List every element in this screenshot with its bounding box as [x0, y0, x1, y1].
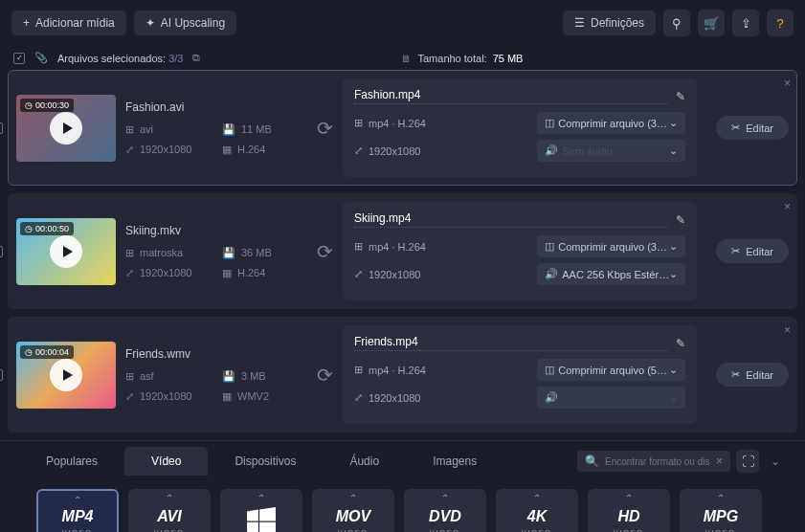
audio-select[interactable]: 🔊AAC 256 Kbps Estéreo⌄ — [537, 263, 685, 285]
help-button[interactable]: ? — [767, 10, 794, 36]
edit-button[interactable]: ✂Editar — [716, 363, 789, 387]
remove-file-button[interactable]: × — [784, 323, 791, 337]
disk-icon: 💾 — [222, 247, 235, 259]
play-button[interactable] — [50, 359, 82, 391]
source-info: Friends.wmv ⊞asf 💾3 MB ⤢1920x1080 ▦WMV2 — [125, 347, 307, 403]
tab-devices[interactable]: Dispositivos — [208, 447, 323, 476]
compress-select[interactable]: ◫Comprimir arquivo (36 ...⌄ — [537, 235, 685, 257]
format-box[interactable]: ⌃ MPGVIDEO — [680, 489, 762, 532]
film-icon: ⊞ — [354, 117, 363, 129]
film-icon: ⊞ — [125, 370, 134, 383]
disk-icon: 💾 — [222, 370, 235, 383]
edit-name-icon[interactable]: ✎ — [676, 337, 685, 350]
clip-icon: 📎 — [34, 52, 48, 64]
output-filename[interactable]: Fashion.mp4 — [354, 88, 668, 104]
compress-icon: ◫ — [545, 240, 554, 253]
compress-icon: ◫ — [545, 117, 554, 129]
output-resolution-meta: ⤢1920x1080 — [354, 387, 527, 409]
format-code: DVD — [429, 508, 461, 525]
play-button[interactable] — [50, 112, 82, 144]
edit-button[interactable]: ✂Editar — [716, 239, 789, 263]
output-filename[interactable]: Friends.mp4 — [354, 335, 668, 351]
format-box[interactable]: ⌃ MOVVIDEO — [312, 489, 394, 532]
cart-button[interactable]: 🛒 — [698, 10, 725, 36]
scroll-left-button[interactable]: ‹ — [10, 525, 27, 533]
file-thumbnail[interactable]: ◷00:00:50 — [16, 218, 116, 285]
format-sub: VIDEO — [705, 529, 736, 533]
format-box[interactable]: ⌃ — [220, 489, 302, 532]
play-button[interactable] — [50, 235, 82, 268]
format-box[interactable]: ⌃ MP4VIDEO — [36, 489, 119, 532]
edit-button[interactable]: ✂Editar — [716, 116, 789, 140]
format-card-4kultrahd[interactable]: ⌃ 4KVIDEO 4K Ultra HD — [496, 489, 578, 532]
select-all-checkbox[interactable]: ✓ — [13, 53, 25, 64]
format-box[interactable]: ⌃ 4KVIDEO — [496, 489, 578, 532]
expand-formats-button[interactable]: ⛶ — [736, 450, 759, 473]
add-media-button[interactable]: + Adicionar mídia — [11, 11, 126, 35]
compress-select[interactable]: ◫Comprimir arquivo (33 ...⌄ — [537, 112, 685, 134]
tab-popular[interactable]: Populares — [19, 447, 124, 476]
format-card-hdfullhd[interactable]: ⌃ HDVIDEO HD/Full HD — [588, 489, 670, 532]
format-box[interactable]: ⌃ AVIVIDEO — [128, 489, 211, 532]
file-list: ✓ ◷00:00:30 Fashion.avi ⊞avi 💾11 MB ⤢192… — [0, 70, 805, 432]
compress-select[interactable]: ◫Comprimir arquivo (5 MB)⌄ — [537, 359, 685, 381]
output-panel: Friends.mp4 ✎ ⊞mp4 · H.264 ◫Comprimir ar… — [343, 325, 697, 424]
file-checkbox[interactable]: ✓ — [0, 246, 3, 257]
format-search[interactable]: 🔍 × — [577, 451, 730, 472]
film-icon: ⊞ — [125, 247, 134, 259]
remove-file-button[interactable]: × — [784, 200, 791, 213]
file-checkbox[interactable]: ✓ — [0, 122, 3, 134]
chevron-up-icon: ⌃ — [717, 493, 725, 503]
scroll-right-button[interactable]: › — [778, 525, 795, 533]
file-row[interactable]: ✓ ◷00:00:50 Skiing.mkv ⊞matroska 💾36 MB … — [8, 193, 797, 309]
audio-select[interactable]: 🔊⌄ — [537, 387, 685, 409]
output-format-meta: ⊞mp4 · H.264 — [354, 359, 527, 381]
chevron-down-icon[interactable]: ⌄ — [765, 454, 786, 468]
chevron-up-icon: ⌃ — [349, 493, 357, 503]
format-card-avi[interactable]: ⌃ AVIVIDEO AVI — [128, 489, 211, 532]
format-sub: VIDEO — [338, 529, 369, 533]
chevron-up-icon: ⌃ — [74, 495, 81, 505]
output-filename[interactable]: Skiing.mp4 — [354, 211, 668, 228]
resolution-meta: ⤢1920x1080 — [125, 390, 211, 403]
scissors-icon: ✂ — [731, 122, 740, 134]
tab-video[interactable]: Vídeo — [124, 447, 208, 476]
resize-icon: ⤢ — [354, 391, 363, 404]
format-box[interactable]: ⌃ HDVIDEO — [588, 489, 670, 532]
format-box[interactable]: ⌃ DVDVIDEO — [404, 489, 486, 532]
codec-icon: ▦ — [222, 144, 232, 156]
film-icon: ⊞ — [354, 364, 363, 376]
selection-bar: ✓ 📎 Arquivos selecionados: 3/3 ⧉ 🗎 Taman… — [0, 46, 805, 70]
edit-name-icon[interactable]: ✎ — [676, 213, 685, 227]
file-row[interactable]: ✓ ◷00:00:04 Friends.wmv ⊞asf 💾3 MB ⤢1920… — [8, 317, 797, 432]
edit-name-icon[interactable]: ✎ — [676, 90, 685, 103]
audio-select[interactable]: 🔊Sem áudio⌄ — [537, 140, 685, 162]
clear-search-icon[interactable]: × — [716, 454, 723, 468]
search-input[interactable] — [605, 456, 710, 467]
format-card-mov[interactable]: ⌃ MOVVIDEO MOV — [312, 489, 394, 532]
codec-meta: ▦WMV2 — [222, 390, 307, 403]
tab-audio[interactable]: Áudio — [323, 447, 406, 476]
clock-icon: ◷ — [25, 100, 33, 110]
output-resolution-meta: ⤢1920x1080 — [354, 140, 527, 162]
format-card-dvdvdeocompatvel[interactable]: ⌃ DVDVIDEO DVD - vídeo compatível — [404, 489, 486, 532]
resize-icon: ⤢ — [125, 390, 134, 403]
file-checkbox[interactable]: ✓ — [0, 369, 3, 381]
key-button[interactable]: ⚲ — [663, 10, 690, 36]
file-thumbnail[interactable]: ◷00:00:30 — [16, 95, 116, 162]
format-card-mpg[interactable]: ⌃ MPGVIDEO MPG — [680, 489, 762, 532]
size-meta: 💾11 MB — [222, 123, 307, 136]
resolution-meta: ⤢1920x1080 — [125, 267, 211, 279]
remove-file-button[interactable]: × — [784, 77, 791, 90]
tab-images[interactable]: Imagens — [406, 447, 503, 476]
selection-fraction: 3/3 — [168, 53, 183, 64]
settings-button[interactable]: ☰ Definições — [563, 11, 656, 35]
format-card-wmv[interactable]: ⌃ WMV — [220, 489, 302, 532]
share-button[interactable]: ⇪ — [732, 10, 759, 36]
scissors-icon: ✂ — [731, 245, 740, 257]
file-thumbnail[interactable]: ◷00:00:04 — [16, 342, 116, 409]
file-row[interactable]: ✓ ◷00:00:30 Fashion.avi ⊞avi 💾11 MB ⤢192… — [8, 70, 797, 186]
format-card-mp4[interactable]: ⌃ MP4VIDEO MP4 — [36, 489, 119, 532]
ai-upscaling-button[interactable]: ✦ AI Upscaling — [134, 11, 236, 35]
copy-icon[interactable]: ⧉ — [192, 52, 200, 64]
